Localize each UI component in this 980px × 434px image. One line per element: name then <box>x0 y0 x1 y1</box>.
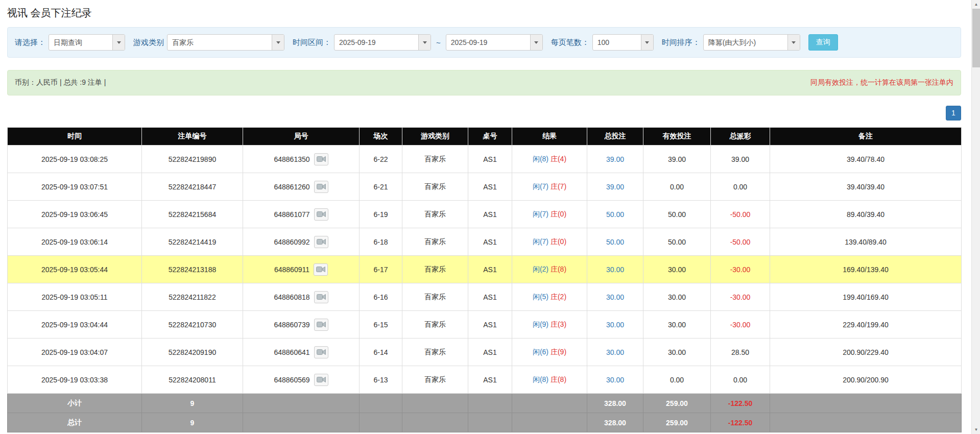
result-cell: 闲(7) 庄(7) <box>512 173 587 201</box>
session-cell: 6-21 <box>360 173 402 201</box>
replay-video-icon[interactable] <box>314 319 328 331</box>
session-cell: 6-19 <box>360 201 402 228</box>
result-cell: 闲(7) 庄(0) <box>512 228 587 256</box>
replay-video-icon[interactable] <box>314 291 328 303</box>
game-type-cell: 百家乐 <box>402 339 468 366</box>
select-label: 请选择： <box>15 38 45 47</box>
chevron-down-icon[interactable] <box>272 35 284 50</box>
column-header: 注单编号 <box>142 128 243 146</box>
bet-row: 2025-09-19 03:08:25522824219890648861350… <box>8 146 962 173</box>
page-button-1[interactable]: 1 <box>946 106 961 120</box>
scrollbar-thumb[interactable] <box>972 9 980 67</box>
bet-id-cell: 522824213188 <box>142 256 243 283</box>
banker-result: 庄(8) <box>551 265 566 273</box>
game-type-cell: 百家乐 <box>402 366 468 394</box>
currency-total-text: 币别：人民币 | 总共 :9 注单 | <box>15 78 106 87</box>
chevron-down-icon[interactable] <box>418 35 431 50</box>
session-cell: 6-17 <box>360 256 402 283</box>
bet-row: 2025-09-19 03:07:51522824218447648861260… <box>8 173 962 201</box>
summary-valid-bet-cell: 259.00 <box>643 394 711 413</box>
time-cell: 2025-09-19 03:03:38 <box>8 366 142 394</box>
game-type-cell: 百家乐 <box>402 228 468 256</box>
note-cell: 200.90/200.90 <box>770 366 962 394</box>
sort-order-value: 降冪(由大到小) <box>704 35 787 50</box>
round-cell: 648860818 <box>243 283 360 311</box>
banker-result: 庄(9) <box>551 348 566 356</box>
time-cell: 2025-09-19 03:07:51 <box>8 173 142 201</box>
banker-result: 庄(0) <box>551 210 566 218</box>
chevron-down-icon[interactable] <box>641 35 653 50</box>
round-number: 648861350 <box>274 155 309 163</box>
round-number: 648860569 <box>274 376 309 384</box>
round-cell: 648860992 <box>243 228 360 256</box>
chevron-down-icon[interactable] <box>530 35 542 50</box>
date-to-picker[interactable]: 2025-09-19 <box>446 34 543 51</box>
game-type-cell: 百家乐 <box>402 311 468 339</box>
note-cell: 199.40/169.40 <box>770 283 962 311</box>
table-number-cell: AS1 <box>468 339 512 366</box>
total-bet-cell: 39.00 <box>587 146 643 173</box>
summary-label-cell: 小计 <box>8 394 142 413</box>
result-cell: 闲(2) 庄(8) <box>512 256 587 283</box>
session-cell: 6-13 <box>360 366 402 394</box>
summary-empty-cell <box>512 413 587 432</box>
scroll-up-icon[interactable]: ▲ <box>972 0 980 9</box>
total-bet-cell: 30.00 <box>587 283 643 311</box>
page-title: 视讯 会员下注纪录 <box>7 0 961 27</box>
sort-order-combobox[interactable]: 降冪(由大到小) <box>703 34 800 51</box>
bet-id-cell: 522824219890 <box>142 146 243 173</box>
summary-empty-cell <box>402 394 468 413</box>
session-cell: 6-18 <box>360 228 402 256</box>
vertical-scrollbar[interactable]: ▲ ▼ <box>971 0 980 434</box>
round-number: 648860818 <box>274 293 309 301</box>
table-number-cell: AS1 <box>468 201 512 228</box>
time-cell: 2025-09-19 03:04:44 <box>8 311 142 339</box>
date-from-picker[interactable]: 2025-09-19 <box>334 34 431 51</box>
time-cell: 2025-09-19 03:05:44 <box>8 256 142 283</box>
valid-bet-notice-text: 同局有效投注，统一计算在该局第一张注单内 <box>810 78 953 87</box>
date-mode-combobox[interactable]: 日期查询 <box>49 34 125 51</box>
game-type-cell: 百家乐 <box>402 283 468 311</box>
summary-empty-cell <box>468 394 512 413</box>
replay-video-icon[interactable] <box>314 263 328 276</box>
summary-label-cell: 总计 <box>8 413 142 432</box>
round-cell: 648861077 <box>243 201 360 228</box>
session-cell: 6-22 <box>360 146 402 173</box>
replay-video-icon[interactable] <box>314 153 328 165</box>
scroll-down-icon[interactable]: ▼ <box>972 425 980 434</box>
player-result: 闲(8) <box>533 375 548 383</box>
total-bet-cell: 30.00 <box>587 256 643 283</box>
replay-video-icon[interactable] <box>314 346 328 358</box>
result-cell: 闲(5) 庄(2) <box>512 283 587 311</box>
bet-id-cell: 522824209190 <box>142 339 243 366</box>
game-type-combobox[interactable]: 百家乐 <box>167 34 284 51</box>
summary-row: 总计9328.00259.00-122.50 <box>8 413 962 432</box>
table-number-cell: AS1 <box>468 228 512 256</box>
column-header: 游戏类别 <box>402 128 468 146</box>
page-size-combobox[interactable]: 100 <box>592 34 654 51</box>
session-cell: 6-16 <box>360 283 402 311</box>
summary-empty-cell <box>360 413 402 432</box>
column-header: 总派彩 <box>711 128 770 146</box>
payout-cell: 0.00 <box>711 366 770 394</box>
chevron-down-icon[interactable] <box>112 35 125 50</box>
banker-result: 庄(3) <box>551 320 566 328</box>
note-cell: 200.90/229.40 <box>770 339 962 366</box>
replay-video-icon[interactable] <box>314 236 328 248</box>
chevron-down-icon[interactable] <box>787 35 800 50</box>
page-size-value: 100 <box>593 35 641 50</box>
column-header: 桌号 <box>468 128 512 146</box>
table-number-cell: AS1 <box>468 146 512 173</box>
page-container: 视讯 会员下注纪录 请选择： 日期查询 游戏类别 百家乐 时间区间： 2025-… <box>7 0 961 432</box>
player-result: 闲(5) <box>533 293 548 301</box>
range-separator: ~ <box>436 38 441 47</box>
table-header-row: 时间注单编号局号场次游戏类别桌号结果总投注有效投注总派彩备注 <box>8 128 962 146</box>
search-button[interactable]: 查询 <box>808 34 838 51</box>
replay-video-icon[interactable] <box>314 181 328 193</box>
round-number: 648861260 <box>274 183 309 191</box>
result-cell: 闲(6) 庄(9) <box>512 339 587 366</box>
replay-video-icon[interactable] <box>314 208 328 221</box>
result-cell: 闲(9) 庄(3) <box>512 311 587 339</box>
bet-row: 2025-09-19 03:06:45522824215684648861077… <box>8 201 962 228</box>
replay-video-icon[interactable] <box>314 374 328 386</box>
